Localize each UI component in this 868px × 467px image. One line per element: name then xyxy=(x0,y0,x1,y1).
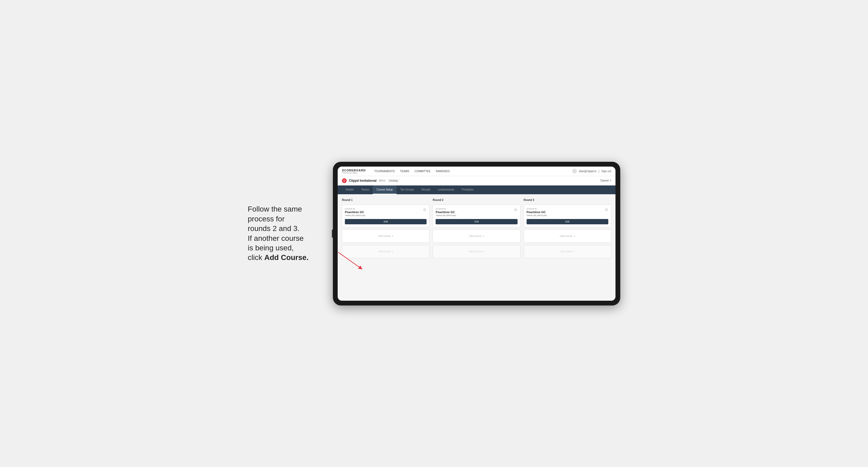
nav-teams[interactable]: TEAMS xyxy=(400,169,410,174)
edit-course-r1-button[interactable]: Edit xyxy=(345,219,427,224)
add-course-label-r3-2: Add Course xyxy=(560,250,572,253)
course-detail-r3: Yellow (M) (6629 yds) xyxy=(527,214,547,217)
add-course-r3-slot2[interactable]: Add Course + xyxy=(524,245,611,258)
tablet-frame: SCOREBOARD Powered by clippd TOURNAMENTS… xyxy=(333,162,620,306)
logo-text: SCOREBOARD xyxy=(342,169,366,172)
course-detail-r1: Yellow (M) (6629 yds) xyxy=(345,214,365,217)
nav-links: TOURNAMENTS TEAMS COMMITTEE RANKINGS xyxy=(374,169,566,174)
round-3-label: Round 3 xyxy=(524,198,611,201)
plus-icon-r1-2: + xyxy=(392,250,393,253)
round-1-column: Round 1 (Course A) Peachtree GC Yellow (… xyxy=(342,198,430,258)
hosting-badge: Hosting xyxy=(388,179,399,182)
user-email: blair@clippd.io xyxy=(579,170,597,173)
add-course-r1-slot2[interactable]: Add Course + xyxy=(342,245,430,258)
course-label-r1: (Course A) xyxy=(345,208,365,210)
tab-results[interactable]: Results xyxy=(418,185,434,194)
remove-course-r1[interactable]: ⊡ xyxy=(423,208,427,212)
tablet-side-button xyxy=(332,230,333,238)
round-3-column: Round 3 (Course A) Peachtree GC Yellow (… xyxy=(524,198,611,258)
tournament-name: Clippd Invitational xyxy=(349,179,376,183)
logo-area: SCOREBOARD Powered by clippd xyxy=(342,169,366,174)
plus-icon-r2-2: + xyxy=(483,250,484,253)
card-header-r1: (Course A) Peachtree GC Yellow (M) (6629… xyxy=(345,208,427,219)
tab-details[interactable]: Details xyxy=(342,185,358,194)
tab-tee-groups[interactable]: Tee Groups xyxy=(397,185,418,194)
add-course-label-r2-1: Add Course xyxy=(469,235,482,237)
add-course-r1-slot1[interactable]: Add Course + xyxy=(342,229,430,243)
round-2-label: Round 2 xyxy=(433,198,520,201)
course-name-r2: Peachtree GC xyxy=(436,211,456,214)
tournament-gender: (Men) xyxy=(379,179,385,182)
sub-header-left: C Clippd Invitational (Men) Hosting xyxy=(342,178,399,183)
nav-rankings[interactable]: RANKINGS xyxy=(435,169,450,174)
instruction-line6-bold: Add Course. xyxy=(264,253,308,261)
add-course-label-r1-2: Add Course xyxy=(378,250,391,253)
nav-separator: | xyxy=(599,170,599,173)
top-navigation: SCOREBOARD Powered by clippd TOURNAMENTS… xyxy=(338,166,616,176)
course-label-r2: (Course A) xyxy=(436,208,456,210)
instruction-line4: If another course xyxy=(248,234,304,242)
round-1-course-card: (Course A) Peachtree GC Yellow (M) (6629… xyxy=(342,205,430,227)
instruction-line3: rounds 2 and 3. xyxy=(248,224,300,232)
logo-powered: Powered by clippd xyxy=(342,172,366,174)
nav-committee[interactable]: COMMITTEE xyxy=(414,169,431,174)
nav-right: blair@clippd.io | Sign out xyxy=(572,169,611,174)
tabs-bar: Details Teams Course Setup Tee Groups Re… xyxy=(338,185,616,194)
instruction-line1: Follow the same xyxy=(248,205,302,213)
rounds-grid: Round 1 (Course A) Peachtree GC Yellow (… xyxy=(342,198,611,258)
course-name-r3: Peachtree GC xyxy=(527,211,547,214)
add-course-label-r2-2: Add Course xyxy=(469,250,482,253)
add-course-label-r1-1: Add Course xyxy=(378,235,391,237)
add-course-r3-slot1[interactable]: Add Course + xyxy=(524,229,611,243)
instruction-line5: is being used, xyxy=(248,244,294,252)
user-avatar xyxy=(572,169,577,174)
course-name-r1: Peachtree GC xyxy=(345,211,365,214)
nav-tournaments[interactable]: TOURNAMENTS xyxy=(374,169,395,174)
add-course-r2-slot1[interactable]: Add Course + xyxy=(433,229,520,243)
sub-header: C Clippd Invitational (Men) Hosting Canc… xyxy=(338,176,616,185)
edit-course-r3-button[interactable]: Edit xyxy=(527,219,608,224)
instruction-line2: process for xyxy=(248,215,285,223)
plus-icon-r3-1: + xyxy=(574,235,575,238)
course-label-r3: (Course A) xyxy=(527,208,547,210)
sign-out-link[interactable]: Sign out xyxy=(601,170,611,173)
card-header-r3: (Course A) Peachtree GC Yellow (M) (6629… xyxy=(527,208,608,219)
card-header-r2: (Course A) Peachtree GC Yellow (M) (6629… xyxy=(436,208,517,219)
tab-teams[interactable]: Teams xyxy=(358,185,373,194)
tab-course-setup[interactable]: Course Setup xyxy=(373,185,397,194)
edit-course-r2-button[interactable]: Edit xyxy=(436,219,517,224)
round-2-course-card: (Course A) Peachtree GC Yellow (M) (6629… xyxy=(433,205,520,227)
main-content: Round 1 (Course A) Peachtree GC Yellow (… xyxy=(338,194,616,301)
tab-leaderboards[interactable]: Leaderboards xyxy=(434,185,458,194)
cancel-button[interactable]: Cancel × xyxy=(600,179,611,182)
plus-icon-r1-1: + xyxy=(392,235,393,238)
remove-course-r2[interactable]: ⊡ xyxy=(514,208,518,212)
cancel-label: Cancel xyxy=(600,179,609,182)
course-info-r1: (Course A) Peachtree GC Yellow (M) (6629… xyxy=(345,208,365,219)
clippd-logo-icon: C xyxy=(342,178,347,183)
course-info-r3: (Course A) Peachtree GC Yellow (M) (6629… xyxy=(527,208,547,219)
close-icon: × xyxy=(610,179,611,182)
plus-icon-r2-1: + xyxy=(483,235,484,238)
page-wrapper: Follow the same process for rounds 2 and… xyxy=(248,162,620,306)
tab-printables[interactable]: Printables xyxy=(458,185,477,194)
instruction-line6-prefix: click xyxy=(248,253,264,261)
round-1-label: Round 1 xyxy=(342,198,430,201)
remove-course-r3[interactable]: ⊡ xyxy=(604,208,608,212)
plus-icon-r3-2: + xyxy=(574,250,575,253)
add-course-label-r3-1: Add Course xyxy=(560,235,572,237)
add-course-r2-slot2[interactable]: Add Course + xyxy=(433,245,520,258)
course-detail-r2: Yellow (M) (6629 yds) xyxy=(436,214,456,217)
instruction-panel: Follow the same process for rounds 2 and… xyxy=(248,205,322,262)
course-info-r2: (Course A) Peachtree GC Yellow (M) (6629… xyxy=(436,208,456,219)
tablet-screen: SCOREBOARD Powered by clippd TOURNAMENTS… xyxy=(338,166,616,301)
round-3-course-card: (Course A) Peachtree GC Yellow (M) (6629… xyxy=(524,205,611,227)
round-2-column: Round 2 (Course A) Peachtree GC Yellow (… xyxy=(433,198,520,258)
